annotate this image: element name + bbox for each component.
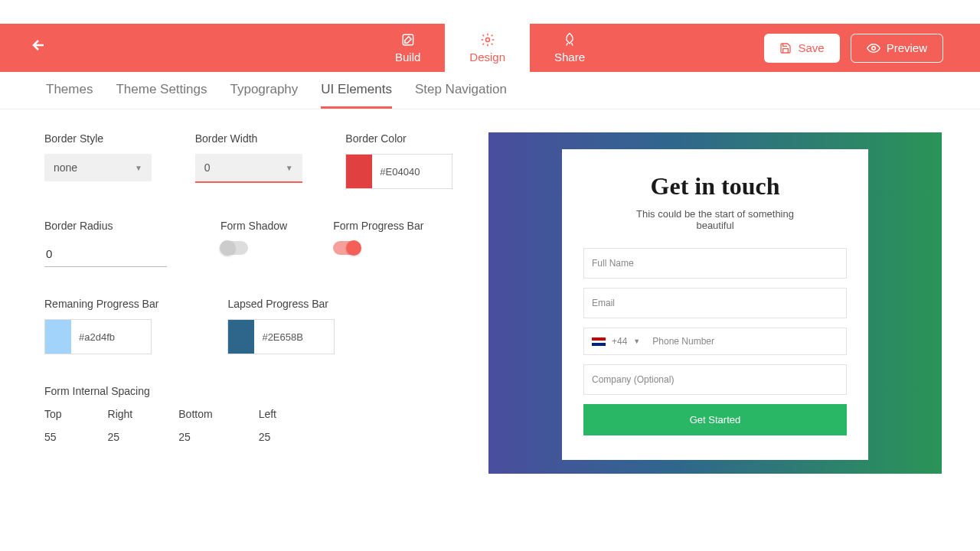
flag-icon: [592, 337, 606, 346]
border-width-label: Border Width: [195, 132, 323, 145]
chevron-down-icon: ▼: [286, 164, 293, 172]
border-color-field[interactable]: #E04040: [345, 154, 452, 189]
tab-share-label: Share: [554, 51, 585, 64]
fullname-field[interactable]: Full Name: [583, 248, 847, 279]
border-style-value: none: [54, 161, 77, 174]
border-style-label: Border Style: [44, 132, 172, 145]
form-card: Get in touch This could be the start of …: [562, 149, 868, 460]
preview-button[interactable]: Preview: [851, 34, 943, 63]
spacing-left-value[interactable]: 25: [259, 431, 276, 443]
lapsed-swatch: [228, 320, 254, 354]
svg-point-1: [485, 38, 489, 42]
eye-icon: [867, 41, 880, 55]
tab-build[interactable]: Build: [371, 24, 445, 72]
form-progress-label: Form Progress Bar: [333, 220, 423, 232]
subtab-themes[interactable]: Themes: [46, 82, 93, 109]
gear-icon: [480, 32, 495, 47]
tab-design-label: Design: [469, 51, 505, 64]
border-radius-input[interactable]: [44, 241, 167, 267]
spacing-title: Form Internal Spacing: [44, 385, 473, 397]
remaining-color-field[interactable]: #a2d4fb: [44, 319, 152, 354]
spacing-top-label: Top: [44, 408, 62, 420]
form-shadow-toggle[interactable]: [220, 241, 248, 255]
tab-share[interactable]: Share: [530, 24, 609, 72]
content: Border Style none ▼ Border Width 0 ▼ Bor…: [0, 109, 980, 474]
border-color-label: Border Color: [345, 132, 473, 145]
dial-code: +44: [612, 336, 627, 347]
form-preview: Get in touch This could be the start of …: [488, 132, 942, 474]
form-title: Get in touch: [583, 172, 847, 201]
border-color-swatch: [346, 155, 372, 188]
subtab-ui-elements[interactable]: UI Elements: [321, 82, 392, 109]
lapsed-hex: #2E658B: [254, 331, 311, 343]
subtabs: Themes Theme Settings Typography UI Elem…: [0, 72, 980, 109]
email-field[interactable]: Email: [583, 288, 847, 318]
save-label: Save: [798, 41, 824, 54]
preview-canvas: Get in touch This could be the start of …: [488, 132, 942, 474]
phone-field[interactable]: +44 ▼ Phone Number: [583, 328, 847, 355]
preview-label: Preview: [887, 41, 927, 54]
form-subtitle: This could be the start of something bea…: [631, 208, 799, 231]
settings-panel: Border Style none ▼ Border Width 0 ▼ Bor…: [44, 132, 473, 474]
subtab-step-navigation[interactable]: Step Navigation: [415, 82, 507, 109]
form-shadow-label: Form Shadow: [220, 220, 287, 232]
save-icon: [779, 42, 792, 54]
border-width-select[interactable]: 0 ▼: [195, 154, 302, 183]
top-bar: Build Design Share Save Preview: [0, 24, 980, 72]
lapsed-color-field[interactable]: #2E658B: [227, 319, 335, 354]
get-started-button[interactable]: Get Started: [583, 404, 847, 435]
border-width-value: 0: [204, 161, 211, 174]
top-actions: Save Preview: [764, 34, 943, 63]
rocket-icon: [562, 32, 577, 47]
company-field[interactable]: Company (Optional): [583, 364, 847, 395]
top-tabs: Build Design Share: [371, 24, 609, 72]
subtab-theme-settings[interactable]: Theme Settings: [116, 82, 207, 109]
lapsed-progress-label: Lapsed Progress Bar: [227, 298, 335, 310]
spacing-bottom-label: Bottom: [178, 408, 212, 420]
chevron-down-icon: ▼: [135, 164, 142, 172]
spacing-right-value[interactable]: 25: [108, 431, 133, 443]
subtab-typography[interactable]: Typography: [230, 82, 298, 109]
remaining-swatch: [45, 320, 71, 354]
border-radius-label: Border Radius: [44, 220, 175, 232]
tab-design[interactable]: Design: [445, 24, 530, 72]
spacing-right-label: Right: [108, 408, 133, 420]
remaining-hex: #a2d4fb: [71, 331, 122, 343]
spacing-left-label: Left: [259, 408, 276, 420]
back-button[interactable]: [31, 36, 52, 60]
save-button[interactable]: Save: [764, 34, 839, 63]
tab-build-label: Build: [395, 51, 420, 64]
svg-point-2: [871, 46, 875, 50]
spacing-bottom-value[interactable]: 25: [178, 431, 212, 443]
edit-icon: [400, 32, 416, 47]
phone-placeholder: Phone Number: [652, 336, 714, 347]
remaining-progress-label: Remaning Progress Bar: [44, 298, 158, 310]
chevron-down-icon: ▼: [633, 337, 640, 345]
spacing-top-value[interactable]: 55: [44, 431, 62, 443]
border-style-select[interactable]: none ▼: [44, 154, 152, 181]
border-color-hex: #E04040: [372, 166, 427, 178]
form-progress-toggle[interactable]: [333, 241, 361, 255]
